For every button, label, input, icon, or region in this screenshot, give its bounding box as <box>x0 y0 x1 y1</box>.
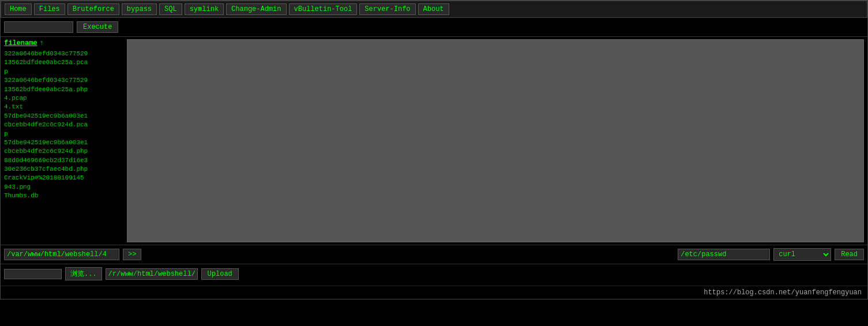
file-upload-input[interactable] <box>4 269 62 279</box>
list-item[interactable]: cbcebb4dfe2c6c924d.pca <box>4 121 122 129</box>
read-button[interactable]: Read <box>835 249 864 260</box>
nav-btn-bypass[interactable]: bypass <box>122 3 157 15</box>
go-button[interactable]: >> <box>123 249 141 260</box>
list-item[interactable]: 322a0646befd0343c77529 <box>4 50 122 58</box>
nav-btn-bruteforce[interactable]: Bruteforce <box>67 3 119 15</box>
nav-btn-change-admin[interactable]: Change-Admin <box>226 3 286 15</box>
path-input[interactable] <box>4 249 119 260</box>
list-item[interactable]: 13562bdfdee0abc25a.pca <box>4 58 122 67</box>
list-item[interactable]: 88d0d469669cb2d37d16e3 <box>4 156 122 165</box>
nav-btn-sql[interactable]: SQL <box>159 3 182 15</box>
list-item[interactable]: p <box>4 130 122 138</box>
upload-button[interactable]: Upload <box>201 268 239 280</box>
read-file-input[interactable] <box>678 249 770 260</box>
sort-indicator: ↑ <box>40 39 44 47</box>
nav-btn-about[interactable]: About <box>418 3 449 15</box>
list-item[interactable]: 57dbe942519ec9b6a003e1 <box>4 138 122 147</box>
nav-btn-symlink[interactable]: symlink <box>185 3 224 15</box>
list-item[interactable]: Thumbs.db <box>4 192 122 200</box>
list-item[interactable]: 30e236cb37cfaec4bd.php <box>4 165 122 174</box>
list-item[interactable]: 322a0646befd0343c77529 <box>4 76 122 85</box>
browse-button[interactable]: 浏览... <box>65 267 102 280</box>
read-method-select[interactable]: curlwgetfile_get_contentsfread <box>773 248 831 261</box>
list-item[interactable]: CrackVip#%20180109145 <box>4 174 122 182</box>
upload-path-input[interactable] <box>106 268 198 280</box>
list-item[interactable]: 943.png <box>4 183 122 192</box>
upload-bar: 浏览... Upload <box>1 264 867 283</box>
read-bar: curlwgetfile_get_contentsfread Read <box>678 248 864 261</box>
footer-text: https://blog.csdn.net/yuanfengfengyuan <box>704 288 862 297</box>
preview-panel <box>127 39 864 242</box>
footer: https://blog.csdn.net/yuanfengfengyuan <box>1 286 867 299</box>
list-item[interactable]: 4.txt <box>4 103 122 111</box>
list-item[interactable]: 4.pcap <box>4 94 122 103</box>
list-item[interactable]: 57dbe942519ec9b6a003e1 <box>4 112 122 121</box>
command-bar: Execute <box>1 18 867 37</box>
list-item[interactable]: p <box>4 68 122 76</box>
nav-btn-files[interactable]: Files <box>34 3 65 15</box>
execute-button[interactable]: Execute <box>77 21 118 33</box>
file-panel-header: filename ↑ <box>4 39 122 47</box>
list-item[interactable]: cbcebb4dfe2c6c924d.php <box>4 147 122 156</box>
path-bar: >> curlwgetfile_get_contentsfread Read <box>1 245 867 264</box>
file-list: 322a0646befd0343c7752913562bdfdee0abc25a… <box>4 50 122 201</box>
main-content: filename ↑ 322a0646befd0343c7752913562bd… <box>1 37 867 245</box>
nav-btn-server-info[interactable]: Server-Info <box>359 3 415 15</box>
file-panel: filename ↑ 322a0646befd0343c7752913562bd… <box>4 39 122 242</box>
nav-btn-home[interactable]: Home <box>5 3 32 15</box>
navigation-bar: HomeFilesBruteforcebypassSQLsymlinkChang… <box>1 1 867 18</box>
filename-sort-link[interactable]: filename <box>4 39 37 47</box>
nav-btn-vbulletin-tool[interactable]: vBulletin-Tool <box>289 3 358 15</box>
list-item[interactable]: 13562bdfdee0abc25a.php <box>4 85 122 94</box>
command-input[interactable] <box>4 21 73 33</box>
